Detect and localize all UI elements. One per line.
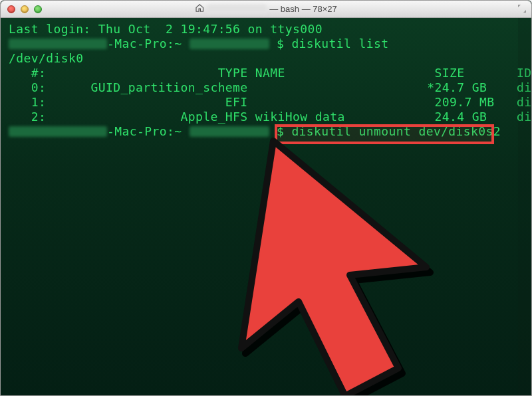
minimize-button[interactable] <box>21 5 29 13</box>
window-title: — bash — 78×27 <box>195 3 337 15</box>
line-row-0: 0: GUID_partition_scheme *24.7 GB disk0 <box>9 80 525 95</box>
command-1: diskutil list <box>291 37 388 50</box>
arrow-cursor-icon <box>227 134 466 396</box>
line-prompt-1: -Mac-Pro:~ $ diskutil list <box>9 37 525 51</box>
blurred-user <box>9 39 107 49</box>
terminal-window: — bash — 78×27 Last login: Thu Oct 2 19:… <box>0 0 532 396</box>
title-suffix: — bash — 78×27 <box>269 4 337 14</box>
home-icon <box>195 3 204 15</box>
line-last-login: Last login: Thu Oct 2 19:47:56 on ttys00… <box>9 22 525 37</box>
traffic-lights <box>7 5 42 13</box>
line-disk-header: /dev/disk0 <box>9 51 525 66</box>
blurred-user <box>9 126 107 137</box>
close-button[interactable] <box>7 5 15 13</box>
window-titlebar: — bash — 78×27 <box>1 1 531 18</box>
line-row-1: 1: EFI 209.7 MB disk0s1 <box>9 95 525 110</box>
terminal-body[interactable]: Last login: Thu Oct 2 19:47:56 on ttys00… <box>1 18 531 396</box>
blurred-path <box>190 39 269 49</box>
fullscreen-icon[interactable] <box>517 3 527 14</box>
line-row-2: 2: Apple_HFS wikiHow data 24.4 GB disk0s… <box>9 110 525 124</box>
line-columns: #: TYPE NAME SIZE IDENTIFIER <box>9 66 525 80</box>
title-username-blurred <box>207 5 267 14</box>
zoom-button[interactable] <box>34 5 42 13</box>
